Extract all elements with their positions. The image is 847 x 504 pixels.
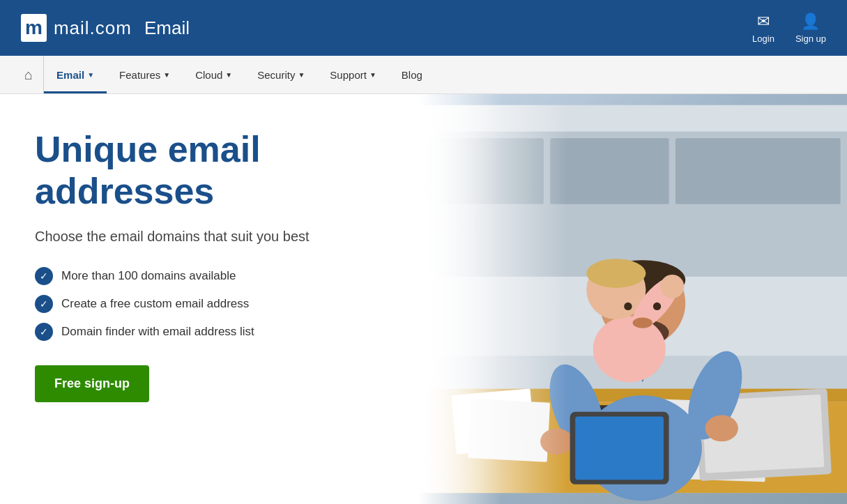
nav-label-features: Features <box>119 69 160 81</box>
nav-item-cloud[interactable]: Cloud ▼ <box>183 56 245 93</box>
hero-feature-2: ✓ Create a free custom email address <box>35 295 383 313</box>
chevron-down-icon: ▼ <box>163 71 170 79</box>
chevron-down-icon: ▼ <box>87 71 94 79</box>
nav-home-button[interactable]: ⌂ <box>14 56 44 93</box>
hero-fade-overlay <box>418 94 502 504</box>
signup-label: Sign up <box>795 33 826 44</box>
person-icon: 👤 <box>801 13 820 31</box>
feature-text-1: More than 100 domains available <box>61 269 236 283</box>
hero-image <box>418 94 847 504</box>
nav-item-security[interactable]: Security ▼ <box>245 56 317 93</box>
hero-section: Unique email addresses Choose the email … <box>0 94 847 504</box>
nav-item-blog[interactable]: Blog <box>389 56 435 93</box>
free-signup-button[interactable]: Free sign-up <box>35 365 149 402</box>
chevron-down-icon: ▼ <box>298 71 305 79</box>
checkmark-icon-1: ✓ <box>35 267 53 285</box>
site-header: m mail.com Email ✉ Login 👤 Sign up <box>0 0 847 56</box>
home-icon: ⌂ <box>24 67 33 83</box>
nav-item-features[interactable]: Features ▼ <box>107 56 183 93</box>
feature-text-3: Domain finder with email address list <box>61 325 254 339</box>
login-button[interactable]: ✉ Login <box>752 13 774 44</box>
signup-button[interactable]: 👤 Sign up <box>795 13 826 44</box>
chevron-down-icon: ▼ <box>225 71 232 79</box>
header-actions: ✉ Login 👤 Sign up <box>752 13 826 44</box>
hero-feature-3: ✓ Domain finder with email address list <box>35 323 383 341</box>
hero-title: Unique email addresses <box>35 129 383 213</box>
checkmark-icon-2: ✓ <box>35 295 53 313</box>
chevron-down-icon: ▼ <box>369 71 376 79</box>
logo-area: m mail.com Email <box>21 14 190 42</box>
hero-features-list: ✓ More than 100 domains available ✓ Crea… <box>35 267 383 341</box>
main-nav: ⌂ Email ▼ Features ▼ Cloud ▼ Security ▼ … <box>0 56 847 94</box>
nav-item-support[interactable]: Support ▼ <box>317 56 388 93</box>
feature-text-2: Create a free custom email address <box>61 297 249 311</box>
nav-label-cloud: Cloud <box>195 69 222 81</box>
hero-subtitle: Choose the email domains that suit you b… <box>35 227 383 246</box>
hero-feature-1: ✓ More than 100 domains available <box>35 267 383 285</box>
hero-content: Unique email addresses Choose the email … <box>0 94 418 504</box>
logo-domain: mail.com <box>54 17 132 39</box>
nav-item-email[interactable]: Email ▼ <box>44 56 107 93</box>
nav-label-security: Security <box>257 69 295 81</box>
logo-product: Email <box>144 17 190 39</box>
logo-icon: m <box>21 14 47 42</box>
nav-label-email: Email <box>56 69 84 81</box>
nav-label-blog: Blog <box>402 69 422 81</box>
checkmark-icon-3: ✓ <box>35 323 53 341</box>
nav-label-support: Support <box>330 69 367 81</box>
envelope-icon: ✉ <box>757 13 770 31</box>
login-label: Login <box>752 33 774 44</box>
